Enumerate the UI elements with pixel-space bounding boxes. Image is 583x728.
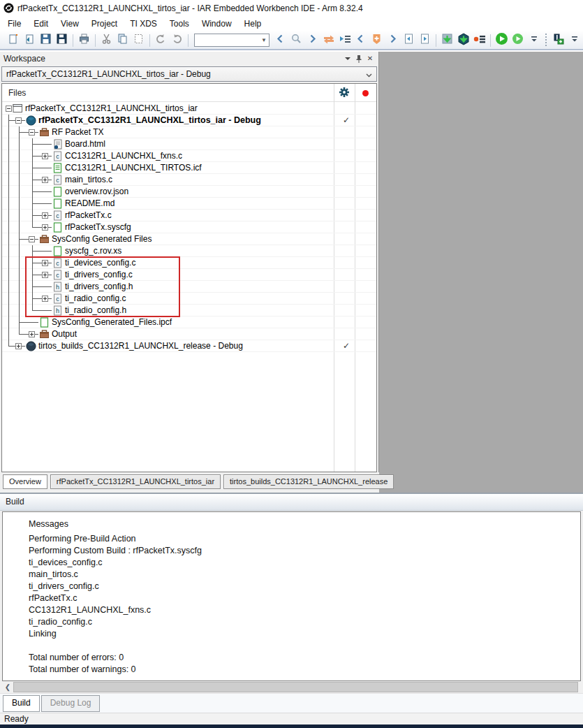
- collapse-icon[interactable]: [15, 117, 22, 124]
- search-input[interactable]: [195, 35, 259, 45]
- tree-row[interactable]: README.md: [2, 198, 376, 210]
- tree-item-label: rfPacketTx.c: [65, 210, 114, 220]
- tree-row[interactable]: cti_devices_config.c: [2, 257, 376, 269]
- find-next-button[interactable]: [304, 32, 320, 48]
- tree-branch: [25, 138, 38, 150]
- tree-row[interactable]: rfPacketTx_CC1312R1_LAUNCHXL_tirtos_iar: [2, 103, 376, 115]
- workspace-panel: Workspace ✕ rfPacketTx_CC1312R1_LAUNCHXL…: [0, 52, 379, 493]
- tree-row[interactable]: hti_drivers_config.h: [2, 281, 376, 293]
- menu-help[interactable]: Help: [238, 17, 268, 31]
- menu-tools[interactable]: Tools: [163, 17, 195, 31]
- menu-edit[interactable]: Edit: [27, 17, 54, 31]
- close-icon[interactable]: ✕: [364, 54, 376, 64]
- tree-row[interactable]: cti_drivers_config.c: [2, 269, 376, 281]
- tree-branch: [12, 126, 25, 138]
- workspace-tab-tirtos-builds-cc1312r1-launchxl-release[interactable]: tirtos_builds_CC1312R1_LAUNCHXL_release: [223, 474, 394, 489]
- open-document-button[interactable]: [22, 32, 38, 48]
- menu-window[interactable]: Window: [195, 17, 238, 31]
- chev-right-icon: [388, 34, 398, 47]
- tree-row[interactable]: overview.rov.json: [2, 186, 376, 198]
- tree-guide: [12, 257, 25, 269]
- panel-menu-icon[interactable]: [342, 54, 353, 64]
- menu-ti-xds[interactable]: TI XDS: [124, 17, 163, 31]
- tree-row[interactable]: rfPacketTx.syscfg: [2, 221, 376, 233]
- expand-icon[interactable]: [42, 260, 48, 266]
- scroll-left-icon[interactable]: ❮: [2, 682, 13, 692]
- go-to-definition-button[interactable]: [337, 32, 353, 48]
- toggle-bookmark-button[interactable]: [369, 32, 385, 48]
- breakpoints-button[interactable]: [471, 32, 487, 48]
- save-all-button[interactable]: [54, 32, 70, 48]
- undo-button[interactable]: [153, 32, 169, 48]
- toolbar-separator: [436, 34, 436, 47]
- tree-row[interactable]: syscfg_c.rov.xs: [2, 245, 376, 257]
- workspace-tab-overview[interactable]: Overview: [3, 474, 47, 489]
- workspace-tab-rfpackettx-cc1312r1-launchxl-tirtos-iar[interactable]: rfPacketTx_CC1312R1_LAUNCHXL_tirtos_iar: [50, 474, 221, 489]
- tree-row[interactable]: cmain_tirtos.c: [2, 174, 376, 186]
- navigate-back-button[interactable]: [353, 32, 369, 48]
- expand-icon[interactable]: [42, 272, 48, 278]
- redo-button[interactable]: [169, 32, 185, 48]
- flash-tool-button[interactable]: [550, 32, 566, 48]
- collapse-icon[interactable]: [6, 105, 12, 112]
- tree-row[interactable]: rfPacketTx_CC1312R1_LAUNCHXL_tirtos_iar …: [2, 115, 376, 126]
- save-button[interactable]: [38, 32, 54, 48]
- tree-row[interactable]: cCC1312R1_LAUNCHXL_fxns.c: [2, 150, 376, 162]
- toggle-source-header-button[interactable]: [320, 32, 337, 48]
- build-configuration-selector[interactable]: rfPacketTx_CC1312R1_LAUNCHXL_tirtos_iar …: [1, 66, 377, 82]
- tree-item-label: ti_devices_config.c: [65, 258, 138, 268]
- expand-icon[interactable]: [42, 153, 48, 159]
- tree-guide: [2, 186, 12, 198]
- run-alt-button[interactable]: [510, 32, 526, 48]
- menu-project[interactable]: Project: [85, 17, 124, 31]
- output-tab-build[interactable]: Build: [3, 695, 40, 712]
- find-button[interactable]: [288, 32, 304, 48]
- pin-icon[interactable]: [353, 54, 364, 64]
- download-and-debug-button[interactable]: [455, 32, 471, 48]
- tree-row[interactable]: CC1312R1_LAUNCHXL_TIRTOS.icf: [2, 162, 376, 174]
- new-document-button[interactable]: [6, 32, 22, 48]
- tree-row[interactable]: Board.html: [2, 138, 376, 150]
- expand-icon[interactable]: [15, 343, 22, 349]
- menu-view[interactable]: View: [54, 17, 85, 31]
- tree-row[interactable]: SysConfig Generated Files: [2, 233, 376, 245]
- scrollbar-thumb[interactable]: [13, 682, 578, 692]
- tree-row[interactable]: tirtos_builds_CC1312R1_LAUNCHXL_release …: [2, 340, 376, 352]
- expand-icon[interactable]: [42, 177, 48, 183]
- navigate-forward-button[interactable]: [385, 32, 401, 48]
- chevron-down-icon[interactable]: ▼: [259, 37, 269, 43]
- paste-button[interactable]: [131, 32, 147, 48]
- menu-file[interactable]: File: [1, 17, 27, 31]
- find-previous-button[interactable]: [272, 32, 288, 48]
- expand-icon[interactable]: [42, 296, 48, 302]
- tree-box-cell: [38, 221, 52, 233]
- cut-button[interactable]: [98, 32, 115, 48]
- expand-icon[interactable]: [42, 212, 48, 219]
- tree-row[interactable]: Output: [2, 328, 376, 340]
- tree-row[interactable]: hti_radio_config.h: [2, 305, 376, 316]
- expand-icon[interactable]: [29, 331, 35, 337]
- run-button[interactable]: [494, 32, 510, 48]
- output-tab-debug-log[interactable]: Debug Log: [41, 695, 101, 712]
- tree-row[interactable]: SysConfig_Generated_Files.ipcf: [2, 316, 376, 328]
- copy-button[interactable]: [115, 32, 131, 48]
- horizontal-scrollbar[interactable]: ❮: [2, 682, 581, 692]
- print-button[interactable]: [76, 32, 92, 48]
- previous-document-button[interactable]: [401, 32, 417, 48]
- toolbar-overflow-2-button[interactable]: [566, 32, 582, 48]
- expand-icon[interactable]: [42, 224, 48, 231]
- search-combo[interactable]: ▼: [194, 34, 270, 47]
- toolbar-overflow-button[interactable]: [526, 32, 542, 48]
- tree-line: [8, 233, 9, 245]
- tree-row[interactable]: cti_radio_config.c: [2, 293, 376, 305]
- tree-row[interactable]: crfPacketTx.c: [2, 210, 376, 221]
- next-document-button[interactable]: [417, 32, 433, 48]
- collapse-icon[interactable]: [29, 236, 35, 242]
- gear-icon[interactable]: [339, 87, 350, 101]
- svg-text:c: c: [56, 153, 59, 160]
- collapse-icon[interactable]: [29, 129, 35, 136]
- tree-row[interactable]: RF Packet TX: [2, 126, 376, 138]
- tree-guide: [2, 245, 12, 257]
- toolbar-drag-handle[interactable]: [544, 34, 548, 48]
- make-button[interactable]: [439, 32, 455, 48]
